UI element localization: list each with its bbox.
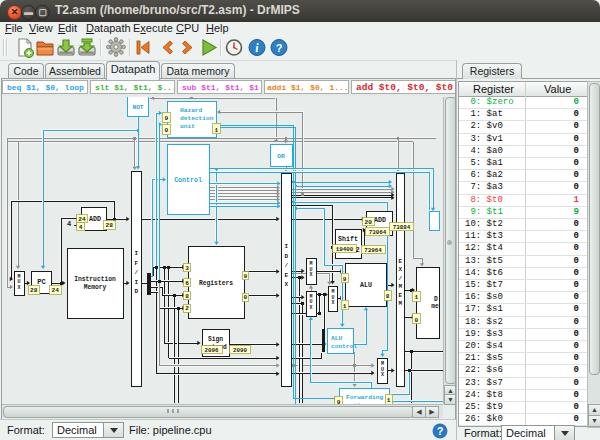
svg-text:M: M	[398, 283, 402, 290]
svg-text:Instruction: Instruction	[74, 276, 116, 283]
svg-text:ALU: ALU	[331, 335, 342, 342]
svg-text:OR: OR	[277, 153, 285, 160]
svg-text:6: 6	[185, 280, 189, 287]
svg-text:ALU: ALU	[360, 282, 372, 289]
svg-text:0: 0	[414, 317, 418, 324]
svg-text:?: ?	[276, 42, 283, 54]
svg-text:E: E	[398, 292, 402, 299]
svg-text:I: I	[134, 279, 138, 286]
svg-text:4: 4	[79, 224, 83, 231]
svg-text:1: 1	[414, 294, 418, 301]
svg-text:?: ?	[437, 425, 444, 437]
svg-text:X: X	[17, 285, 20, 291]
svg-text:E: E	[284, 272, 288, 279]
svg-text:control: control	[331, 343, 357, 350]
svg-text:19400: 19400	[336, 246, 354, 253]
svg-text:20: 20	[365, 219, 373, 226]
svg-text:8: 8	[185, 293, 189, 300]
svg-text:Control: Control	[174, 177, 202, 184]
svg-text:Shift: Shift	[338, 236, 358, 243]
svg-text:3: 3	[185, 265, 189, 272]
svg-text:Forwarding: Forwarding	[346, 394, 383, 401]
svg-text:D: D	[284, 253, 288, 260]
svg-text:28: 28	[30, 287, 38, 294]
svg-text:X: X	[284, 281, 288, 288]
svg-text:9: 9	[343, 276, 347, 283]
svg-text:unit: unit	[180, 123, 195, 130]
svg-text:73884: 73884	[393, 224, 411, 231]
svg-text:28: 28	[106, 222, 114, 229]
svg-text:I: I	[134, 250, 138, 257]
svg-text:/: /	[398, 275, 402, 282]
svg-text:F: F	[134, 260, 138, 267]
svg-text:X: X	[381, 372, 384, 378]
svg-text:/: /	[284, 262, 288, 269]
svg-text:Hazard: Hazard	[180, 107, 203, 114]
svg-text:M: M	[398, 300, 402, 307]
svg-text:24: 24	[78, 216, 86, 223]
svg-text:2096: 2096	[205, 347, 219, 354]
svg-text:Memory: Memory	[84, 284, 107, 291]
svg-text:me: me	[431, 303, 439, 310]
svg-text:2: 2	[185, 305, 189, 312]
svg-text:NOT: NOT	[132, 104, 143, 111]
svg-text:/: /	[134, 269, 138, 276]
svg-text:E: E	[398, 258, 402, 265]
svg-text:0: 0	[244, 294, 248, 301]
svg-text:D: D	[134, 288, 138, 295]
svg-text:8: 8	[386, 293, 390, 300]
svg-text:X: X	[331, 300, 334, 306]
svg-text:ADD: ADD	[374, 217, 386, 224]
svg-text:Registers: Registers	[199, 280, 233, 287]
svg-text:Sign: Sign	[208, 336, 223, 343]
svg-text:73964: 73964	[364, 247, 382, 254]
svg-text:detection: detection	[180, 115, 214, 122]
svg-text:D: D	[434, 296, 438, 303]
svg-text:9: 9	[244, 273, 248, 280]
svg-text:PC: PC	[37, 278, 45, 286]
svg-text:I: I	[284, 243, 288, 250]
svg-text:2090: 2090	[233, 347, 247, 354]
svg-text:73064: 73064	[369, 229, 387, 236]
svg-text:24: 24	[52, 287, 60, 294]
svg-text:ADD: ADD	[89, 216, 101, 223]
svg-text:X: X	[309, 305, 312, 311]
svg-text:1: 1	[387, 397, 391, 404]
svg-text:9: 9	[164, 115, 168, 122]
svg-text:4: 4	[67, 220, 71, 228]
svg-text:0: 0	[164, 127, 168, 134]
svg-text:2: 2	[355, 246, 359, 254]
svg-text:1: 1	[343, 303, 347, 310]
svg-text:X: X	[309, 272, 312, 278]
svg-text:X: X	[398, 266, 402, 273]
svg-text:1: 1	[214, 127, 218, 134]
